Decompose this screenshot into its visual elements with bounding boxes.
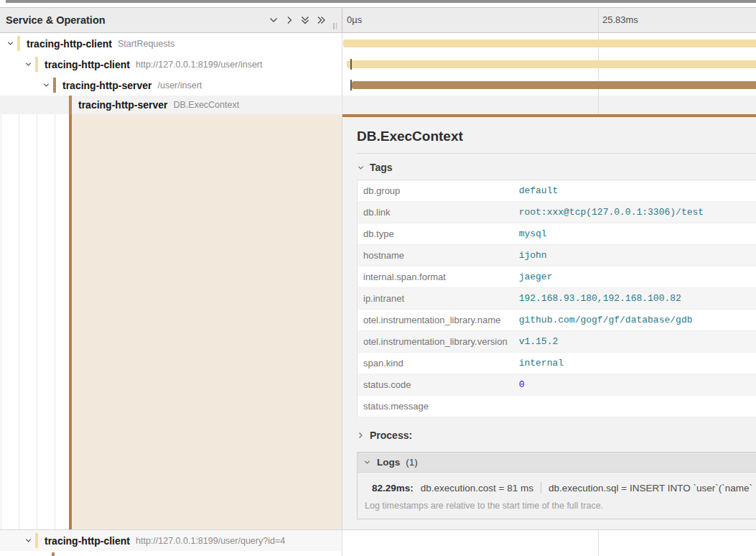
column-resize-grip[interactable] (333, 23, 337, 29)
tag-row: db.linkroot:xxx@tcp(127.0.0.1:3306)/test (358, 202, 756, 223)
span-row-client-insert[interactable]: tracing-http-client http://127.0.0.1:819… (0, 54, 756, 75)
service-operation-header: Service & Operation (0, 8, 342, 32)
span-timeline-cell (342, 530, 756, 551)
log-timestamp: 82.29ms: (372, 483, 414, 494)
collapse-one-level-icon[interactable] (269, 15, 279, 25)
chevron-down-icon[interactable] (22, 60, 34, 70)
field-separator (541, 482, 541, 494)
tick-label-start: 0µs (347, 14, 362, 25)
tag-value: v1.15.2 (513, 331, 756, 353)
span-color-indicator (35, 533, 38, 548)
span-detail-row: DB.ExecContext Tags db.groupdefault db.l… (0, 114, 756, 529)
operation-name: DB.ExecContext (173, 100, 239, 110)
span-row-partial[interactable] (0, 551, 756, 556)
child-span-marker (350, 59, 352, 70)
tag-key: internal.span.format (358, 267, 513, 288)
tags-section-toggle[interactable]: Tags (357, 162, 756, 173)
logs-accordion: Logs (1) 82.29ms: db.execution.cost = 81… (357, 452, 756, 519)
tag-value: mysql (513, 223, 756, 245)
logs-section-toggle[interactable]: Logs (1) (358, 453, 756, 473)
tag-row: hostnameijohn (358, 245, 756, 267)
chevron-down-icon[interactable] (40, 80, 52, 91)
tag-value: ijohn (513, 245, 756, 267)
chevron-down-icon[interactable] (22, 536, 34, 546)
chevron-right-icon (357, 432, 364, 439)
span-duration-bar[interactable] (347, 60, 756, 68)
span-color-indicator (53, 78, 56, 93)
span-timeline-cell (342, 75, 756, 96)
span-color-indicator (17, 36, 20, 51)
span-color-indicator (52, 552, 55, 556)
indent-guide (1, 114, 1, 529)
span-row-start-requests[interactable]: tracing-http-client StartRequests (0, 33, 756, 54)
service-name: tracing-http-server (62, 80, 151, 91)
tag-value: root:xxx@tcp(127.0.0.1:3306)/test (513, 202, 756, 223)
tag-value: internal (513, 353, 756, 374)
tag-key: ip.intranet (358, 288, 513, 310)
tags-table: db.groupdefault db.linkroot:xxx@tcp(127.… (357, 180, 756, 417)
detail-tint-area (72, 114, 342, 529)
span-name-column: tracing-http-client http://127.0.0.1:819… (0, 530, 342, 551)
log-field: db.execution.sql = INSERT INTO `user`(`n… (549, 483, 752, 494)
tag-row: otel.instrumentation_library.versionv1.1… (358, 331, 756, 353)
tag-key: span.kind (358, 353, 513, 374)
process-section-label: Process: (370, 430, 412, 441)
tag-key: otel.instrumentation_library.name (358, 310, 513, 331)
span-detail-panel: DB.ExecContext Tags db.groupdefault db.l… (342, 114, 756, 529)
tick-label-mid: 25.83ms (602, 14, 638, 25)
span-timeline-cell (342, 96, 756, 114)
tag-key: hostname (358, 245, 513, 267)
tag-row: status.message (358, 396, 756, 417)
collapse-all-icon[interactable] (300, 15, 310, 25)
span-row-client-query[interactable]: tracing-http-client http://127.0.0.1:819… (0, 529, 756, 551)
indent-guide (55, 114, 55, 529)
span-color-indicator (35, 57, 38, 72)
span-row-server-insert[interactable]: tracing-http-server /user/insert (0, 75, 756, 96)
span-timeline-cell (342, 551, 756, 556)
tag-value: github.com/gogf/gf/database/gdb (513, 310, 756, 331)
chevron-down-icon (363, 458, 371, 466)
child-span-marker (350, 80, 352, 91)
span-detail-left-gutter (0, 114, 342, 529)
tag-row: span.kindinternal (358, 353, 756, 374)
span-color-indicator (69, 96, 72, 114)
span-name-column: tracing-http-server DB.ExecContext (0, 96, 342, 114)
timeline-gridline (598, 96, 599, 114)
timeline-gridline (598, 551, 599, 556)
timeline-header-row: Service & Operation 0µs 25.83ms (0, 7, 756, 33)
chevron-down-icon[interactable] (4, 39, 16, 49)
span-timeline-cell (342, 33, 756, 54)
operation-name: /user/insert (157, 80, 202, 91)
tag-value (513, 396, 756, 417)
process-section-toggle[interactable]: Process: (357, 430, 756, 441)
timeline-gridline (598, 8, 599, 32)
service-name: tracing-http-server (78, 99, 167, 111)
span-name-column: tracing-http-server /user/insert (0, 75, 342, 96)
tag-row: internal.span.formatjaeger (358, 267, 756, 288)
tag-row: status.code0 (358, 374, 756, 396)
expand-collapse-toolbar (269, 8, 326, 32)
tag-row: ip.intranet192.168.93.180,192.168.100.82 (358, 288, 756, 310)
operation-name: StartRequests (118, 39, 174, 49)
span-duration-bar[interactable] (343, 40, 756, 47)
indent-guide (19, 114, 19, 529)
logs-section-label: Logs (377, 457, 400, 468)
expand-one-level-icon[interactable] (284, 15, 294, 25)
timeline-ticks-header: 0µs 25.83ms (342, 8, 756, 32)
trace-timeline-view: Service & Operation 0µs 25.83ms (0, 0, 756, 556)
tag-value: 192.168.93.180,192.168.100.82 (513, 288, 756, 310)
tags-section-label: Tags (370, 162, 393, 173)
tag-key: db.type (358, 223, 513, 245)
log-entry[interactable]: 82.29ms: db.execution.cost = 81 ms db.ex… (358, 473, 756, 497)
tag-value: 0 (513, 374, 756, 396)
expand-all-icon[interactable] (316, 15, 326, 25)
span-row-db-exec-context[interactable]: tracing-http-server DB.ExecContext (0, 96, 756, 114)
tag-row: otel.instrumentation_library.namegithub.… (358, 310, 756, 331)
span-duration-bar[interactable] (352, 81, 756, 89)
indent-guide (37, 114, 37, 529)
span-name-column: tracing-http-client http://127.0.0.1:819… (0, 54, 342, 75)
tag-value: default (513, 180, 756, 202)
tag-row: db.groupdefault (358, 180, 756, 202)
operation-name: http://127.0.0.1:8199/user/query?id=4 (136, 536, 285, 546)
timeline-scrubber-bar[interactable] (6, 0, 756, 3)
